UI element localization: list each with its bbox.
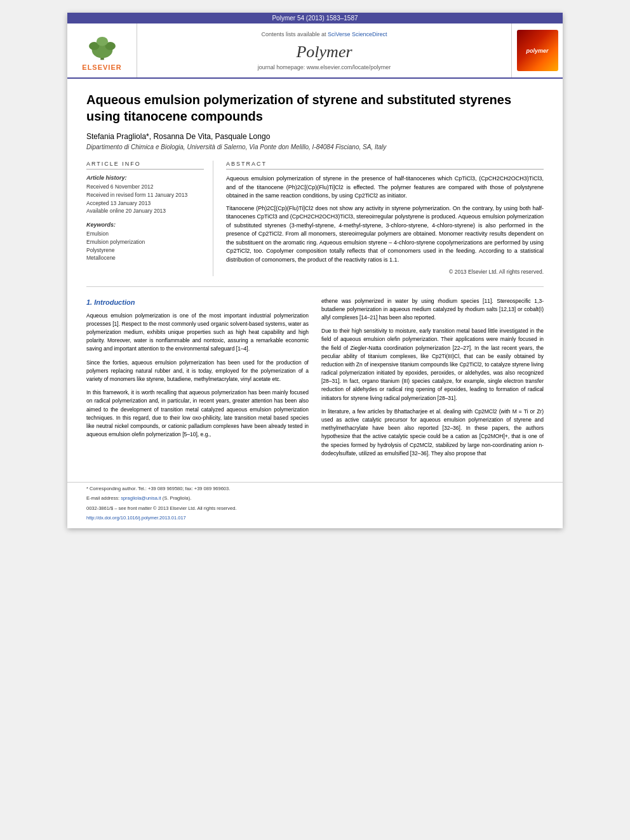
journal-top-bar: Polymer 54 (2013) 1583–1587 (67, 13, 563, 23)
history-group: Article history: Received 6 November 201… (86, 175, 204, 215)
affiliation: Dipartimento di Chimica e Biologia, Univ… (86, 143, 544, 150)
abstract-text: Aqueous emulsion polymerization of styre… (226, 175, 544, 276)
elsevier-logo-area: ELSEVIER (67, 23, 137, 77)
footer-area: * Corresponding author. Tel.: +39 089 96… (67, 482, 563, 528)
right-para1: ethene was polymerized in water by using… (321, 297, 544, 323)
history-label: Article history: (86, 175, 204, 181)
email-link[interactable]: spragliola@unisa.it (121, 495, 161, 501)
keywords-group: Keywords: Emulsion Emulsion polymerizati… (86, 222, 204, 262)
article-info-label: Article Info (86, 161, 204, 170)
right-para3: In literature, a few articles by Bhattac… (321, 408, 544, 458)
keyword-2: Emulsion polymerization (86, 238, 204, 246)
email-label: E-mail address: (86, 495, 119, 501)
journal-logo-area: polymer (512, 23, 563, 77)
sciverse-link[interactable]: SciVerse ScienceDirect (328, 31, 387, 37)
elsevier-logo: ELSEVIER (82, 30, 121, 71)
abstract-col: Abstract Aqueous emulsion polymerization… (226, 161, 544, 276)
keyword-4: Metallocene (86, 254, 204, 262)
right-para2: Due to their high sensitivity to moistur… (321, 327, 544, 403)
footnote-1: * Corresponding author. Tel.: +39 089 96… (86, 486, 544, 493)
article-info-abstract: Article Info Article history: Received 6… (86, 161, 544, 276)
doi-url: http://dx.doi.org/10.1016/j.polymer.2013… (86, 515, 544, 522)
journal-homepage: journal homepage: www.elsevier.com/locat… (258, 64, 391, 70)
sciverse-text: Contents lists available at SciVerse Sci… (261, 31, 387, 37)
copyright: © 2013 Elsevier Ltd. All rights reserved… (226, 268, 544, 276)
divider (86, 286, 544, 287)
article-content: Aqueous emulsion polymerization of styre… (67, 79, 563, 476)
journal-header: ELSEVIER Contents lists available at Sci… (67, 23, 563, 79)
doi-url-link[interactable]: http://dx.doi.org/10.1016/j.polymer.2013… (86, 515, 186, 521)
intro-para3: In this framework, it is worth recalling… (86, 389, 309, 439)
polymer-logo: polymer (517, 30, 558, 71)
svg-point-4 (96, 37, 107, 46)
intro-heading: 1. Introduction (86, 297, 309, 308)
authors: Stefania Pragliola*, Rosanna De Vita, Pa… (86, 132, 544, 141)
revised-date: Received in revised form 11 January 2013 (86, 191, 204, 199)
polymer-logo-text: polymer (526, 48, 548, 54)
email-person: (S. Pragliola). (163, 495, 191, 501)
elsevier-tree-icon (83, 30, 121, 62)
received-date: Received 6 November 2012 (86, 183, 204, 191)
body-left-col: 1. Introduction Aqueous emulsion polymer… (86, 297, 309, 463)
doi-line: 0032-3861/$ – see front matter © 2013 El… (86, 505, 544, 512)
body-right-col: ethene was polymerized in water by using… (321, 297, 544, 463)
article-info-col: Article Info Article history: Received 6… (86, 161, 213, 276)
journal-volume-label: Polymer 54 (2013) 1583–1587 (272, 15, 358, 22)
intro-para1: Aqueous emulsion polymerization is one o… (86, 312, 309, 354)
journal-name: Polymer (296, 43, 352, 62)
keyword-3: Polystyrene (86, 246, 204, 255)
keywords-label: Keywords: (86, 222, 204, 228)
keyword-1: Emulsion (86, 230, 204, 238)
intro-para2: Since the forties, aqueous emulsion poly… (86, 359, 309, 384)
article-title: Aqueous emulsion polymerization of styre… (86, 91, 544, 124)
abstract-label: Abstract (226, 161, 544, 170)
abstract-para2: Titanocene (Ph)2C[(Cp)(Flu)Ti]Cl2 does n… (226, 204, 544, 265)
accepted-date: Accepted 13 January 2013 (86, 199, 204, 208)
journal-header-center: Contents lists available at SciVerse Sci… (137, 23, 512, 77)
footnote-email: E-mail address: spragliola@unisa.it (S. … (86, 495, 544, 502)
body-text: 1. Introduction Aqueous emulsion polymer… (86, 297, 544, 463)
available-date: Available online 20 January 2013 (86, 207, 204, 215)
elsevier-text: ELSEVIER (82, 63, 121, 71)
page: Polymer 54 (2013) 1583–1587 ELSEVIER Con… (67, 13, 563, 528)
abstract-para1: Aqueous emulsion polymerization of styre… (226, 175, 544, 201)
